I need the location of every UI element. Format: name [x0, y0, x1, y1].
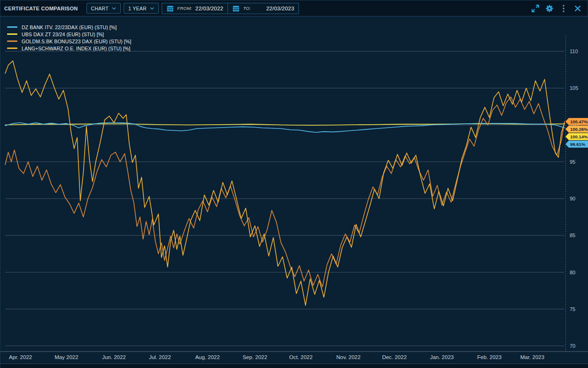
price-tag-value: 100.14% — [570, 134, 588, 139]
x-axis-tick-label: May 2022 — [55, 354, 78, 360]
chevron-down-icon — [112, 7, 116, 10]
certificate-comparison-window: CERTIFICATE COMPARISON CHART 1 YEAR FROM… — [0, 0, 588, 368]
to-label: TO: — [243, 6, 251, 11]
toolbar: CERTIFICATE COMPARISON CHART 1 YEAR FROM… — [0, 0, 588, 16]
time-range-dropdown-label: 1 YEAR — [128, 6, 147, 11]
from-date-value[interactable]: 22/03/2022 — [196, 6, 224, 11]
x-axis-tick-label: Jan. 2023 — [430, 354, 454, 360]
expand-button[interactable] — [529, 3, 541, 14]
price-tag-value: 100.47% — [570, 119, 588, 124]
from-label: FROM: — [177, 6, 192, 11]
calendar-icon[interactable] — [232, 5, 240, 12]
settings-button[interactable] — [543, 3, 556, 14]
legend-item-lang-schwarz[interactable]: LANG+SCHWARZ O.E. INDEX (EUR) (STU) [%] — [7, 45, 131, 52]
series-line-goldman[interactable] — [5, 97, 564, 287]
legend-color-swatch — [7, 40, 17, 42]
x-axis-tick-label: Jul. 2022 — [149, 354, 171, 360]
legend-item-dz-bank[interactable]: DZ BANK ITV. 22/23DAX (EUR) (STU) [%] — [7, 24, 131, 31]
expand-icon — [531, 4, 540, 13]
legend-color-swatch — [7, 33, 17, 35]
legend-item-goldman[interactable]: GOLDM.S.BK BONUSZ23 DAX (EUR) (STU) [%] — [7, 38, 131, 45]
chevron-down-icon — [150, 7, 154, 10]
gear-icon — [545, 4, 554, 13]
legend-label: UBS DAX ZT 23/24 (EUR) (STU) [%] — [22, 32, 104, 37]
more-options-button[interactable] — [557, 3, 570, 14]
legend-color-swatch — [7, 48, 17, 49]
y-axis-tick-label: 110 — [570, 48, 578, 54]
x-axis-tick-label: Aug. 2022 — [195, 354, 220, 360]
chart-type-dropdown-label: CHART — [91, 6, 109, 11]
y-axis-tick-label: 80 — [570, 270, 575, 275]
kebab-menu-icon — [562, 4, 565, 13]
x-axis-tick-label: Oct. 2022 — [289, 354, 313, 360]
y-axis-tick-label: 75 — [570, 306, 575, 312]
legend-item-ubs[interactable]: UBS DAX ZT 23/24 (EUR) (STU) [%] — [7, 31, 131, 38]
x-axis-tick-label: Sep. 2022 — [243, 354, 267, 360]
y-axis-tick-label: 85 — [570, 232, 575, 238]
last-value-tag-lang-schwarz: 100.26% — [565, 126, 588, 133]
x-axis-tick-label: Apr. 2022 — [9, 354, 32, 360]
chart-type-dropdown[interactable]: CHART — [86, 3, 121, 14]
price-tag-value: 100.26% — [570, 127, 588, 132]
page-title: CERTIFICATE COMPARISON — [4, 6, 78, 11]
last-value-tag-goldman: 100.47% — [565, 118, 588, 125]
close-icon — [574, 5, 581, 12]
series-line-lang-schwarz[interactable] — [5, 61, 564, 305]
x-axis-tick-label: Feb. 2023 — [477, 354, 502, 360]
to-date-value[interactable]: 22/03/2023 — [266, 6, 294, 11]
x-axis-tick-label: Dec. 2022 — [382, 354, 407, 360]
x-axis-tick-label: Nov. 2022 — [337, 354, 361, 360]
legend-color-swatch — [7, 26, 17, 28]
from-date-field[interactable]: FROM: 22/03/2022 — [162, 3, 228, 14]
last-value-tag-ubs: 100.14% — [565, 133, 588, 140]
footer-strip — [0, 364, 588, 368]
legend-label: GOLDM.S.BK BONUSZ23 DAX (EUR) (STU) [%] — [22, 39, 131, 44]
close-button[interactable] — [572, 3, 584, 14]
x-axis-tick-label: Mar. 2023 — [520, 354, 544, 360]
price-tag-value: 99.61% — [570, 142, 586, 147]
legend-label: LANG+SCHWARZ O.E. INDEX (EUR) (STU) [%] — [22, 46, 130, 51]
calendar-icon[interactable] — [166, 5, 174, 12]
last-value-tag-dz-bank: 99.61% — [565, 141, 588, 148]
x-axis-tick-label: Jun. 2022 — [102, 354, 126, 360]
time-range-dropdown[interactable]: 1 YEAR — [124, 3, 159, 14]
to-date-field[interactable]: TO: 22/03/2023 — [227, 3, 299, 14]
y-axis-tick-label: 70 — [570, 343, 575, 349]
legend-label: DZ BANK ITV. 22/23DAX (EUR) (STU) [%] — [22, 24, 117, 30]
comparison-chart[interactable]: 707580859095100105110Apr. 2022May 2022Ju… — [0, 17, 588, 368]
chart-panel: 707580859095100105110Apr. 2022May 2022Ju… — [0, 17, 588, 368]
chart-legend: DZ BANK ITV. 22/23DAX (EUR) (STU) [%]UBS… — [7, 24, 131, 52]
y-axis-tick-label: 105 — [570, 85, 578, 91]
y-axis-tick-label: 95 — [570, 159, 575, 165]
y-axis-tick-label: 90 — [570, 196, 575, 201]
